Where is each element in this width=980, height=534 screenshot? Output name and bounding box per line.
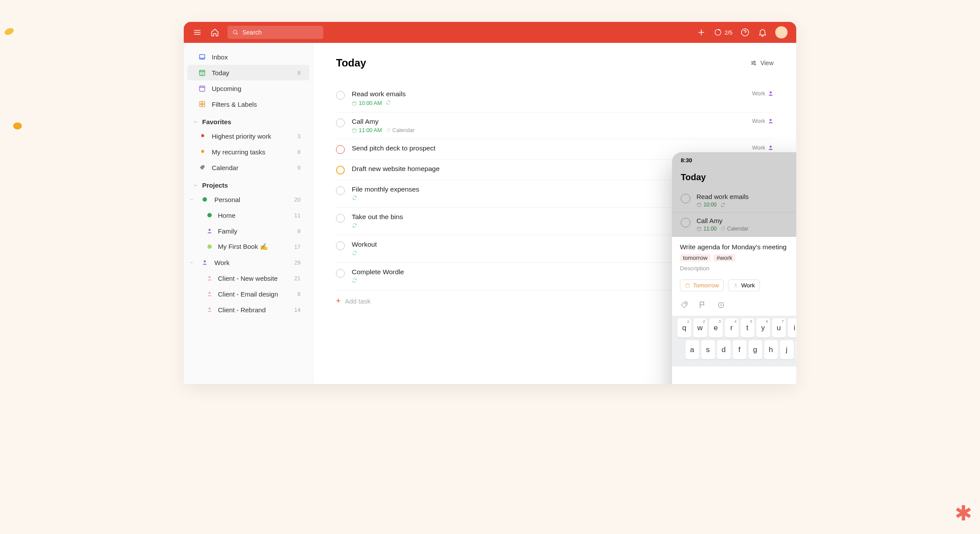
- flag-icon[interactable]: [698, 300, 707, 309]
- search-box[interactable]: [228, 26, 323, 39]
- grid-icon: [198, 100, 206, 108]
- sidebar-item-favorite[interactable]: Highest priority work3: [187, 128, 309, 144]
- task-checkbox[interactable]: [336, 241, 345, 250]
- keyboard-key[interactable]: j: [780, 340, 794, 359]
- task-checkbox[interactable]: [336, 269, 345, 278]
- sliders-icon: [750, 59, 757, 66]
- project-pill[interactable]: Work: [728, 279, 760, 291]
- keyboard-key[interactable]: i8: [788, 318, 797, 338]
- nav-label: Today: [212, 69, 229, 77]
- nav-upcoming[interactable]: Upcoming: [187, 80, 309, 96]
- count: 17: [294, 244, 301, 250]
- keyboard-key[interactable]: e3: [709, 318, 723, 338]
- compose-chips: tomorrow #work: [680, 254, 796, 262]
- svg-rect-20: [353, 129, 356, 133]
- nav-inbox[interactable]: Inbox: [187, 49, 309, 65]
- chip-project[interactable]: #work: [714, 254, 735, 262]
- svg-rect-29: [697, 203, 701, 207]
- item-label: Client - New website: [218, 275, 278, 282]
- sidebar-item-project[interactable]: My First Book ✍️17: [187, 239, 309, 255]
- chevron-down-icon: [192, 182, 199, 188]
- section-title: Projects: [202, 181, 228, 189]
- keyboard-key[interactable]: t5: [741, 318, 754, 338]
- keyboard-key[interactable]: q1: [678, 318, 691, 338]
- sidebar-item-project[interactable]: Client - New website21: [187, 270, 309, 286]
- sidebar-item-favorite[interactable]: Calendar9: [187, 160, 309, 175]
- keyboard-key[interactable]: r4: [725, 318, 738, 338]
- label-icon[interactable]: [680, 300, 689, 309]
- search-input[interactable]: [242, 29, 319, 36]
- task-checkbox[interactable]: [336, 91, 345, 100]
- compose-description[interactable]: Description: [680, 265, 796, 272]
- decorative-blob: [13, 122, 22, 129]
- chip-date[interactable]: tomorrow: [680, 254, 710, 262]
- avatar-button[interactable]: [775, 26, 788, 38]
- svg-rect-7: [203, 101, 205, 104]
- keyboard-key[interactable]: y6: [756, 318, 770, 338]
- item-label: Work: [214, 259, 230, 266]
- phone-task-checkbox[interactable]: [681, 218, 690, 227]
- keyboard-key[interactable]: s: [701, 340, 715, 359]
- keyboard-key[interactable]: g: [749, 340, 762, 359]
- favorites-header[interactable]: Favorites: [184, 112, 313, 128]
- keyboard-key[interactable]: d: [717, 340, 731, 359]
- nav-today[interactable]: 21 Today 8: [187, 65, 309, 80]
- task-row[interactable]: Read work emails10:00 AM Work: [336, 85, 774, 112]
- sidebar-item-project[interactable]: Family8: [187, 223, 309, 239]
- count: 3: [298, 133, 301, 140]
- sidebar-item-project[interactable]: Client - Email design6: [187, 286, 309, 302]
- task-project[interactable]: Work: [752, 144, 774, 151]
- keyboard-key[interactable]: u7: [772, 318, 786, 338]
- compose-title[interactable]: Write agenda for Monday's meeting: [680, 243, 796, 251]
- quick-add-button[interactable]: [696, 28, 706, 37]
- keyboard-key[interactable]: h: [764, 340, 778, 359]
- svg-point-13: [209, 292, 211, 294]
- svg-rect-6: [200, 101, 202, 104]
- nav-filters[interactable]: Filters & Labels: [187, 96, 309, 112]
- productivity-button[interactable]: 2/5: [714, 28, 732, 36]
- date-pill[interactable]: Tomorrow: [680, 279, 724, 291]
- keyboard-key[interactable]: k: [796, 340, 797, 359]
- sidebar-item-project[interactable]: Work29: [187, 255, 309, 270]
- app-window: 2/5 Inbox 21 Today 8 Upcoming: [184, 22, 796, 384]
- search-icon: [232, 29, 239, 36]
- task-row[interactable]: Call Amy11:00 AMCalendar Work: [336, 112, 774, 139]
- task-checkbox[interactable]: [336, 145, 345, 154]
- projects-header[interactable]: Projects: [184, 175, 313, 192]
- phone-task-checkbox[interactable]: [681, 194, 690, 203]
- mobile-preview: 8:30 Today Read work emails10:00Work Cal…: [672, 152, 796, 384]
- item-label: Calendar: [212, 164, 238, 171]
- view-button[interactable]: View: [750, 59, 774, 66]
- svg-point-35: [685, 303, 686, 304]
- task-checkbox[interactable]: [336, 186, 345, 195]
- keyboard-key[interactable]: a: [686, 340, 699, 359]
- sidebar-item-project[interactable]: Home11: [187, 207, 309, 223]
- menu-button[interactable]: [192, 28, 202, 37]
- keyboard-key[interactable]: f: [733, 340, 746, 359]
- item-icon: [206, 307, 213, 313]
- sidebar-item-project[interactable]: Personal20: [187, 192, 309, 207]
- phone-task-title: Call Amy: [696, 217, 796, 224]
- task-checkbox[interactable]: [336, 214, 345, 223]
- sidebar-item-favorite[interactable]: My recurring tasks8: [187, 144, 309, 160]
- task-project[interactable]: Work: [752, 90, 774, 97]
- task-checkbox[interactable]: [336, 119, 345, 127]
- sidebar-item-project[interactable]: Client - Rebrand14: [187, 302, 309, 318]
- task-project[interactable]: Work: [752, 118, 774, 124]
- svg-rect-31: [697, 227, 701, 231]
- notifications-button[interactable]: [758, 28, 767, 37]
- phone-title: Today: [681, 172, 706, 182]
- task-time: 11:00 AM: [352, 127, 382, 133]
- phone-task-row[interactable]: Read work emails10:00Work: [672, 188, 796, 213]
- svg-text:21: 21: [200, 72, 204, 75]
- home-button[interactable]: [210, 28, 220, 37]
- chevron-down-icon: [192, 119, 199, 125]
- task-checkbox[interactable]: [336, 166, 345, 175]
- item-icon: [200, 197, 209, 202]
- svg-point-16: [752, 63, 753, 64]
- keyboard-key[interactable]: w2: [693, 318, 707, 338]
- item-icon: [206, 244, 213, 249]
- reminder-icon[interactable]: [717, 300, 725, 309]
- phone-task-row[interactable]: Call Amy11:00CalendarWork: [672, 213, 796, 237]
- help-button[interactable]: [740, 28, 750, 37]
